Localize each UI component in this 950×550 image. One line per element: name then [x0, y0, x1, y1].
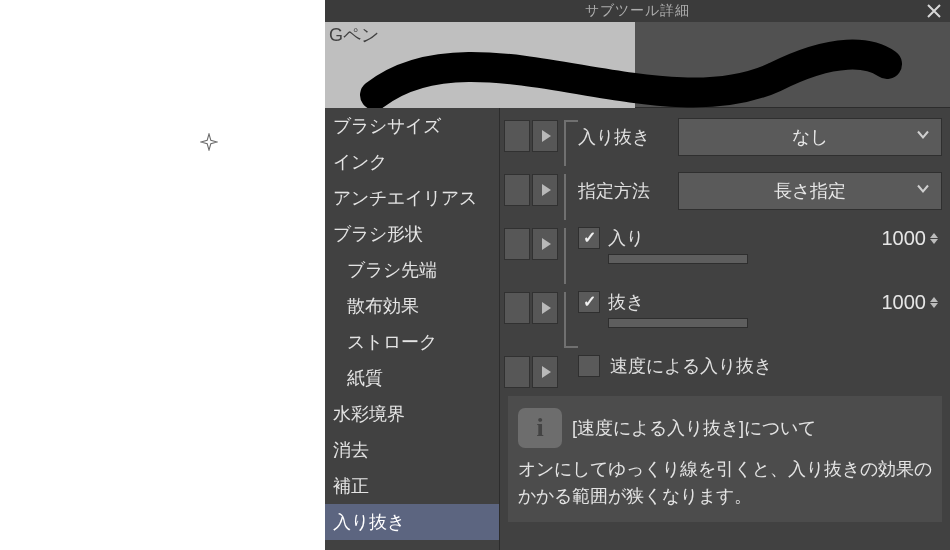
close-icon [925, 2, 943, 20]
expand-toggle[interactable] [532, 356, 558, 388]
sidebar-item-2[interactable]: アンチエイリアス [325, 180, 499, 216]
brush-stroke-icon [325, 22, 950, 108]
indicator-toggle[interactable] [504, 228, 530, 260]
sidebar-item-7[interactable]: 紙質 [325, 360, 499, 396]
speed-label: 速度による入り抜き [610, 354, 942, 378]
category-sidebar: ブラシサイズインクアンチエイリアスブラシ形状ブラシ先端散布効果ストローク紙質水彩… [325, 108, 500, 550]
sidebar-item-4[interactable]: ブラシ先端 [325, 252, 499, 288]
indicator-toggle[interactable] [504, 356, 530, 388]
sidebar-item-3[interactable]: ブラシ形状 [325, 216, 499, 252]
brush-name: Gペン [329, 23, 379, 47]
nuki-checkbox[interactable] [578, 291, 600, 313]
sidebar-item-1[interactable]: インク [325, 144, 499, 180]
iri-label: 入り [608, 226, 874, 250]
chevron-down-icon [915, 181, 931, 202]
sidebar-item-8[interactable]: 水彩境界 [325, 396, 499, 432]
iri-value: 1000 [882, 227, 927, 250]
nuki-label: 抜き [608, 290, 874, 314]
nuki-slider[interactable] [608, 318, 748, 328]
brush-preview[interactable]: Gペン [325, 22, 950, 108]
close-button[interactable] [922, 0, 946, 23]
sidebar-item-0[interactable]: ブラシサイズ [325, 108, 499, 144]
method-dropdown-value: 長さ指定 [774, 179, 846, 203]
subtool-detail-panel: サブツール詳細 Gペン ブラシサイズインクアンチエイリアスブラシ形状ブラシ先端散… [325, 0, 950, 550]
spinner-arrows-icon[interactable] [930, 297, 938, 308]
setting-row-iri: 入り 1000 [500, 220, 950, 284]
nuki-value: 1000 [882, 291, 927, 314]
method-label: 指定方法 [578, 179, 668, 203]
sidebar-item-5[interactable]: 散布効果 [325, 288, 499, 324]
inout-dropdown-value: なし [792, 125, 828, 149]
inout-dropdown[interactable]: なし [678, 118, 942, 156]
setting-row-inout: 入り抜き なし [500, 112, 950, 166]
settings-column: 入り抜き なし 指定方法 [500, 108, 950, 550]
setting-row-nuki: 抜き 1000 [500, 284, 950, 348]
expand-toggle[interactable] [532, 120, 558, 152]
expand-toggle[interactable] [532, 174, 558, 206]
speed-checkbox[interactable] [578, 355, 600, 377]
indicator-toggle[interactable] [504, 292, 530, 324]
sidebar-item-11[interactable]: 入り抜き [325, 504, 499, 540]
indicator-toggle[interactable] [504, 174, 530, 206]
chevron-down-icon [915, 127, 931, 148]
setting-row-speed: 速度による入り抜き [500, 348, 950, 392]
canvas-area[interactable] [0, 0, 325, 550]
sidebar-item-6[interactable]: ストローク [325, 324, 499, 360]
spinner-arrows-icon[interactable] [930, 233, 938, 244]
expand-toggle[interactable] [532, 228, 558, 260]
indicator-toggle[interactable] [504, 120, 530, 152]
nuki-value-spinner[interactable]: 1000 [882, 291, 939, 314]
info-icon: i [518, 408, 562, 448]
inout-label: 入り抜き [578, 125, 668, 149]
iri-value-spinner[interactable]: 1000 [882, 227, 939, 250]
info-title: [速度による入り抜き]について [572, 416, 816, 440]
sidebar-item-10[interactable]: 補正 [325, 468, 499, 504]
expand-toggle[interactable] [532, 292, 558, 324]
iri-checkbox[interactable] [578, 227, 600, 249]
panel-title: サブツール詳細 [585, 2, 690, 20]
method-dropdown[interactable]: 長さ指定 [678, 172, 942, 210]
sidebar-item-9[interactable]: 消去 [325, 432, 499, 468]
info-box: i [速度による入り抜き]について オンにしてゆっくり線を引くと、入り抜きの効果… [508, 396, 942, 522]
brush-cursor-icon [200, 133, 218, 151]
iri-slider[interactable] [608, 254, 748, 264]
setting-row-method: 指定方法 長さ指定 [500, 166, 950, 220]
panel-header: サブツール詳細 [325, 0, 950, 22]
info-body: オンにしてゆっくり線を引くと、入り抜きの効果のかかる範囲が狭くなります。 [518, 456, 932, 510]
